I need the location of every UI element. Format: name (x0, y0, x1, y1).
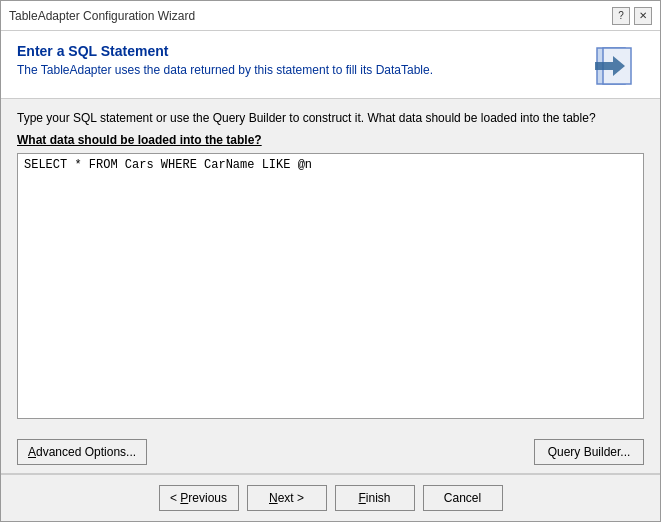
header-subtitle: The TableAdapter uses the data returned … (17, 63, 584, 77)
dialog-window: TableAdapter Configuration Wizard ? ✕ En… (0, 0, 661, 522)
cancel-button[interactable]: Cancel (423, 485, 503, 511)
query-builder-label: Query Builder... (548, 445, 631, 459)
header-text-block: Enter a SQL Statement The TableAdapter u… (17, 43, 584, 77)
help-button[interactable]: ? (612, 7, 630, 25)
wizard-icon (594, 43, 644, 88)
middle-buttons: Advanced Options... Query Builder... (1, 431, 660, 473)
title-bar-buttons: ? ✕ (612, 7, 652, 25)
question-label: What data should be loaded into the tabl… (17, 133, 644, 147)
title-bar: TableAdapter Configuration Wizard ? ✕ (1, 1, 660, 31)
next-button[interactable]: Next > (247, 485, 327, 511)
finish-label: Finish (358, 491, 390, 505)
close-button[interactable]: ✕ (634, 7, 652, 25)
previous-label: < Previous (170, 491, 227, 505)
finish-button[interactable]: Finish (335, 485, 415, 511)
query-builder-button[interactable]: Query Builder... (534, 439, 644, 465)
advanced-options-label: Advanced Options... (28, 445, 136, 459)
advanced-options-button[interactable]: Advanced Options... (17, 439, 147, 465)
previous-button[interactable]: < Previous (159, 485, 239, 511)
dialog-title: TableAdapter Configuration Wizard (9, 9, 195, 23)
next-label: Next > (269, 491, 304, 505)
sql-input[interactable]: SELECT * FROM Cars WHERE CarName LIKE @n (17, 153, 644, 419)
header-section: Enter a SQL Statement The TableAdapter u… (1, 31, 660, 99)
content-area: Type your SQL statement or use the Query… (1, 99, 660, 431)
cancel-label: Cancel (444, 491, 481, 505)
instruction-text: Type your SQL statement or use the Query… (17, 111, 644, 125)
wizard-icon-svg (595, 44, 643, 88)
bottom-bar: < Previous Next > Finish Cancel (1, 474, 660, 521)
header-title: Enter a SQL Statement (17, 43, 584, 59)
